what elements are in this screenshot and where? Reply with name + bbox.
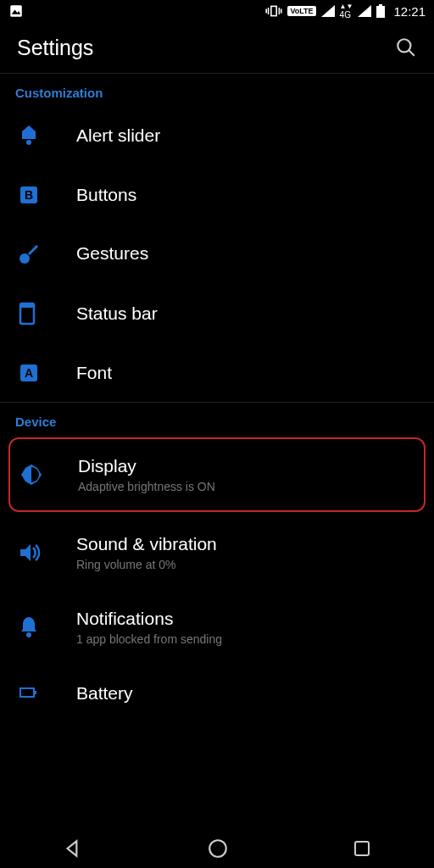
row-status-bar[interactable]: Status bar [0, 283, 434, 344]
row-label: Status bar [76, 303, 419, 324]
row-subtitle: Adaptive brightness is ON [78, 480, 412, 493]
network-type: ▲▼4G [340, 3, 353, 19]
svg-rect-27 [20, 688, 34, 697]
row-display[interactable]: Display Adaptive brightness is ON [10, 439, 419, 510]
svg-point-11 [398, 39, 410, 52]
svg-point-30 [209, 840, 226, 857]
row-label: Font [76, 363, 419, 383]
row-battery[interactable]: Battery [0, 665, 434, 704]
notifications-icon [19, 615, 39, 639]
home-button[interactable] [207, 837, 229, 860]
row-label: Battery [76, 683, 419, 704]
svg-rect-9 [379, 4, 382, 6]
sound-icon [19, 542, 41, 563]
row-subtitle: 1 app blocked from sending [76, 632, 419, 646]
signal-icon-2 [358, 5, 371, 17]
row-label: Notifications [76, 609, 419, 629]
navigation-bar [0, 827, 434, 868]
row-font[interactable]: A Font [0, 344, 434, 402]
svg-rect-28 [34, 691, 36, 694]
page-title: Settings [17, 36, 395, 60]
font-icon: A [19, 363, 39, 383]
row-buttons[interactable]: B Buttons [0, 166, 434, 224]
gestures-icon [19, 242, 41, 264]
svg-text:B: B [25, 188, 33, 202]
svg-rect-21 [20, 303, 34, 308]
volte-badge: VoLTE [287, 6, 315, 16]
section-header-device: Device [0, 403, 434, 434]
svg-line-12 [409, 50, 415, 56]
svg-marker-29 [67, 841, 76, 855]
battery-icon [19, 687, 39, 700]
app-bar: Settings [0, 22, 434, 73]
svg-rect-10 [376, 6, 385, 18]
svg-marker-8 [358, 5, 371, 17]
recents-button[interactable] [352, 838, 372, 859]
settings-list[interactable]: Customization Alert slider B Buttons Ges… [0, 74, 434, 827]
image-indicator-icon [8, 3, 24, 19]
back-button[interactable] [62, 837, 84, 860]
svg-point-17 [19, 253, 30, 264]
row-alert-slider[interactable]: Alert slider [0, 105, 434, 166]
row-label: Gestures [76, 243, 419, 264]
row-label: Alert slider [76, 125, 419, 146]
svg-rect-0 [10, 5, 22, 17]
status-bar-icon [19, 302, 36, 326]
search-button[interactable] [395, 36, 417, 58]
row-gestures[interactable]: Gestures [0, 224, 434, 283]
clock: 12:21 [390, 4, 426, 19]
highlighted-row: Display Adaptive brightness is ON [8, 437, 426, 512]
home-icon [207, 837, 229, 860]
section-header-customization: Customization [0, 74, 434, 105]
row-notifications[interactable]: Notifications 1 app blocked from sending [0, 590, 434, 665]
svg-rect-13 [27, 130, 31, 133]
row-label: Buttons [76, 185, 419, 205]
status-bar: VoLTE ▲▼4G 12:21 [0, 0, 434, 22]
svg-point-26 [26, 632, 31, 637]
vibrate-icon [265, 4, 282, 18]
signal-icon-1 [321, 5, 335, 17]
row-subtitle: Ring volume at 0% [76, 558, 419, 571]
svg-marker-25 [20, 544, 31, 561]
row-label: Display [78, 456, 412, 476]
svg-rect-31 [355, 842, 369, 855]
row-sound-vibration[interactable]: Sound & vibration Ring volume at 0% [0, 515, 434, 590]
row-label: Sound & vibration [76, 534, 419, 554]
buttons-icon: B [19, 185, 39, 205]
display-icon [20, 464, 42, 486]
svg-point-14 [26, 140, 31, 145]
svg-rect-2 [271, 6, 276, 15]
alert-slider-icon [19, 124, 39, 147]
back-icon [62, 837, 84, 860]
battery-icon [376, 4, 385, 18]
svg-text:A: A [25, 366, 33, 380]
search-icon [395, 36, 417, 58]
recents-icon [352, 838, 372, 859]
svg-marker-7 [321, 5, 335, 17]
